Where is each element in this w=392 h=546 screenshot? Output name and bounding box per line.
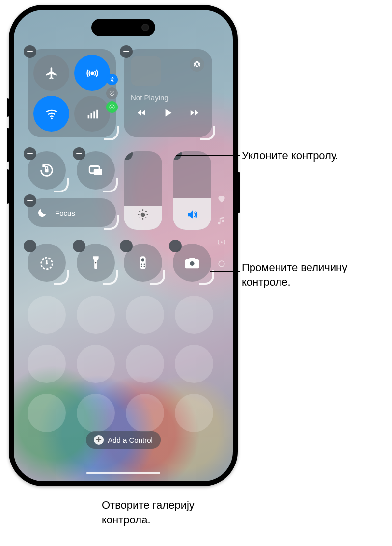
callout-resize: Промените величину контроле. xyxy=(242,260,379,289)
svg-point-24 xyxy=(141,258,144,261)
hotspot-icon xyxy=(109,104,115,110)
remove-camera-icon[interactable] xyxy=(169,240,182,252)
flashlight-button[interactable] xyxy=(77,244,115,282)
now-playing-module[interactable]: Not Playing xyxy=(124,49,212,137)
resize-handle[interactable] xyxy=(103,178,118,192)
empty-slot[interactable] xyxy=(28,394,66,432)
resize-handle[interactable] xyxy=(54,270,69,285)
resize-handle[interactable] xyxy=(150,270,165,285)
volume-up-button xyxy=(7,128,9,162)
home-indicator[interactable] xyxy=(86,472,160,474)
connectivity-mini-column xyxy=(106,74,118,113)
remove-focus-icon[interactable] xyxy=(24,194,36,207)
callout-leader xyxy=(210,271,240,272)
wifi-button[interactable] xyxy=(33,96,69,132)
favorites-page-indicator[interactable] xyxy=(216,193,227,204)
apple-tv-remote-button[interactable] xyxy=(124,244,162,282)
empty-slot[interactable] xyxy=(175,296,213,334)
dynamic-island xyxy=(91,19,155,36)
camera-button[interactable] xyxy=(173,244,211,282)
now-playing-status: Not Playing xyxy=(131,93,205,102)
svg-point-31 xyxy=(219,261,224,267)
volume-icon xyxy=(186,208,198,223)
orientation-lock-button[interactable] xyxy=(28,151,66,190)
empty-slot[interactable] xyxy=(28,296,66,334)
previous-button[interactable] xyxy=(136,108,147,120)
empty-slot[interactable] xyxy=(126,296,164,334)
bluetooth-icon xyxy=(109,76,115,83)
screen-mirroring-button[interactable] xyxy=(77,151,115,190)
remove-now-playing-icon[interactable] xyxy=(120,45,133,58)
empty-slot[interactable] xyxy=(126,394,164,432)
cellular-button[interactable] xyxy=(74,96,110,132)
next-button[interactable] xyxy=(189,108,200,120)
empty-slot[interactable] xyxy=(126,345,164,383)
empty-slot[interactable] xyxy=(77,296,115,334)
antenna-icon xyxy=(217,237,226,247)
svg-point-26 xyxy=(143,263,145,265)
resize-handle[interactable] xyxy=(54,178,69,192)
resize-handle[interactable] xyxy=(104,215,119,230)
resize-handle[interactable] xyxy=(199,270,214,285)
music-note-icon xyxy=(217,216,226,225)
svg-rect-3 xyxy=(90,113,92,118)
screen: Not Playing xyxy=(14,10,233,481)
airplane-mode-button[interactable] xyxy=(33,55,69,91)
home-page-indicator[interactable] xyxy=(216,258,227,269)
connectivity-module[interactable] xyxy=(28,49,116,137)
play-button[interactable] xyxy=(162,107,174,121)
resize-handle[interactable] xyxy=(200,126,215,140)
satellite-button[interactable] xyxy=(106,87,118,99)
remove-remote-icon[interactable] xyxy=(120,240,133,252)
airdrop-button[interactable] xyxy=(74,55,110,91)
remove-screen-mirroring-icon[interactable] xyxy=(73,147,85,160)
callout-leader xyxy=(176,155,240,156)
empty-slot[interactable] xyxy=(28,345,66,383)
svg-rect-4 xyxy=(93,111,95,118)
svg-rect-2 xyxy=(87,115,89,118)
remove-connectivity-icon[interactable] xyxy=(24,45,36,58)
connectivity-page-indicator[interactable] xyxy=(216,237,227,247)
volume-down-button xyxy=(7,169,9,204)
play-icon xyxy=(162,107,174,119)
svg-point-30 xyxy=(221,241,222,243)
timer-button[interactable] xyxy=(28,244,66,282)
timer-icon xyxy=(38,254,55,271)
empty-slot[interactable] xyxy=(175,345,213,383)
flashlight-icon xyxy=(87,254,104,271)
remove-timer-icon[interactable] xyxy=(24,240,36,252)
svg-point-1 xyxy=(51,117,53,119)
orientation-lock-icon xyxy=(38,162,55,179)
resize-handle[interactable] xyxy=(104,126,119,140)
add-control-button[interactable]: Add a Control xyxy=(86,431,161,449)
hotspot-button[interactable] xyxy=(106,101,118,113)
resize-handle[interactable] xyxy=(103,270,118,285)
side-button xyxy=(238,172,240,213)
volume-slider[interactable] xyxy=(173,151,211,230)
remove-brightness-icon[interactable] xyxy=(124,151,133,160)
heart-icon xyxy=(217,194,226,204)
callout-leader xyxy=(102,448,102,496)
remove-orientation-lock-icon[interactable] xyxy=(24,147,36,160)
svg-point-25 xyxy=(141,263,142,265)
brightness-slider[interactable] xyxy=(124,151,162,230)
focus-label: Focus xyxy=(55,209,75,217)
airplay-button[interactable] xyxy=(190,57,204,72)
brightness-icon xyxy=(137,208,149,223)
empty-slot[interactable] xyxy=(77,394,115,432)
remove-flashlight-icon[interactable] xyxy=(73,240,85,252)
page-indicators xyxy=(216,193,227,269)
callout-gallery: Отворите галерију контрола. xyxy=(102,498,229,527)
add-control-label: Add a Control xyxy=(108,436,153,444)
cellular-icon xyxy=(85,107,99,121)
focus-button[interactable]: Focus xyxy=(28,198,116,227)
circle-icon xyxy=(217,259,226,269)
svg-point-7 xyxy=(111,106,113,108)
bluetooth-button[interactable] xyxy=(106,74,118,85)
empty-slot[interactable] xyxy=(175,394,213,432)
music-page-indicator[interactable] xyxy=(216,215,227,226)
moon-icon xyxy=(34,205,50,220)
empty-slot[interactable] xyxy=(77,345,115,383)
remove-volume-icon[interactable] xyxy=(173,151,182,160)
svg-point-21 xyxy=(46,262,48,264)
